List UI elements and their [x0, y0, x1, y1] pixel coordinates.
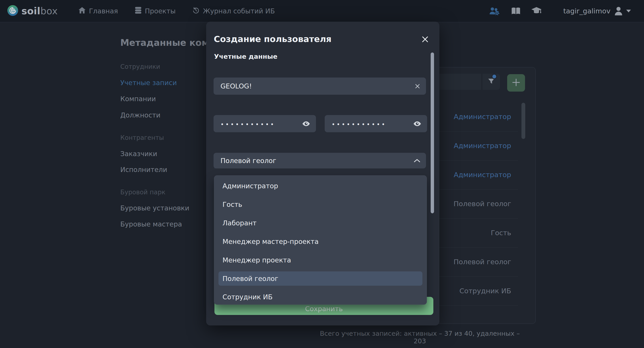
table-row-role[interactable]: Администратор	[454, 171, 511, 179]
nav-home[interactable]: Главная	[78, 7, 118, 15]
modal-title: Создание пользователя	[214, 34, 332, 44]
close-icon[interactable]	[420, 35, 430, 44]
accounts-summary: Всего учетных записей: активных – 37 из …	[315, 330, 524, 345]
confirm-password-field[interactable]: •••••••••••	[325, 115, 427, 132]
chevron-up-icon	[414, 159, 420, 162]
docs-book-icon[interactable]	[511, 7, 521, 15]
role-option-guest[interactable]: Гость	[214, 195, 427, 214]
table-row-role[interactable]: Гость	[491, 229, 511, 237]
chevron-down-icon[interactable]	[626, 9, 631, 12]
sidebar-header-drill-park: Буровой парк	[120, 188, 166, 196]
sidebar-item-customers[interactable]: Заказчики	[120, 150, 157, 158]
password-masked-value: •••••••••••	[220, 121, 276, 128]
login-value: GEOLOG!	[220, 82, 252, 90]
nav-projects-label: Проекты	[145, 7, 176, 15]
brand-logo[interactable]: soilbox	[8, 5, 58, 17]
role-option-master-project-manager[interactable]: Менеджер мастер-проекта	[214, 232, 427, 251]
confirm-password-masked-value: •••••••••••	[332, 121, 386, 128]
table-row-role[interactable]: Администратор	[454, 113, 511, 121]
brand-name: soilbox	[22, 5, 58, 16]
sidebar-item-drill-masters[interactable]: Буровые мастера	[120, 220, 182, 228]
table-row-role[interactable]: Администратор	[454, 142, 511, 150]
nav-home-label: Главная	[89, 7, 118, 15]
user-management-icon[interactable]	[489, 7, 500, 15]
table-row-role[interactable]: Полевой геолог	[454, 200, 511, 208]
role-option-lab-assistant[interactable]: Лаборант	[214, 214, 427, 232]
filter-button[interactable]	[482, 74, 500, 90]
current-username[interactable]: tagir_galimov	[563, 7, 610, 15]
home-icon	[78, 7, 86, 15]
add-user-button[interactable]	[507, 74, 525, 92]
role-dropdown-list: Администратор Гость Лаборант Менеджер ма…	[214, 175, 427, 305]
history-icon	[192, 6, 200, 16]
filter-notification-dot	[492, 74, 497, 79]
clear-input-icon[interactable]	[415, 84, 420, 89]
table-scrollbar-thumb[interactable]	[522, 103, 525, 139]
create-user-modal: Создание пользователя Учетные данные Лог…	[206, 22, 440, 326]
nav-security-log-label: Журнал событий ИБ	[203, 7, 275, 15]
nav-security-log[interactable]: Журнал событий ИБ	[192, 6, 275, 16]
training-cap-icon[interactable]	[531, 6, 542, 15]
main-nav: Главная Проекты	[78, 6, 291, 16]
role-option-project-manager[interactable]: Менеджер проекта	[214, 251, 427, 269]
table-row-role[interactable]: Полевой геолог	[454, 258, 511, 266]
role-option-administrator[interactable]: Администратор	[214, 177, 427, 195]
database-icon	[134, 7, 142, 15]
eye-icon[interactable]	[413, 121, 421, 127]
role-selected-value: Полевой геолог	[220, 157, 276, 165]
sidebar-item-drill-rigs[interactable]: Буровые установки	[120, 204, 189, 212]
table-row-role[interactable]: Сотрудник ИБ	[459, 287, 511, 295]
password-field[interactable]: •••••••••••	[214, 115, 316, 132]
login-field[interactable]: GEOLOG!	[214, 77, 426, 95]
modal-scrollbar-thumb[interactable]	[431, 52, 434, 213]
page-title: Метаданные компа	[120, 37, 207, 48]
user-avatar-icon[interactable]	[614, 6, 623, 16]
plus-icon	[512, 78, 520, 88]
sidebar-header-employees: Сотрудники	[120, 63, 160, 70]
top-navigation-bar: soilbox Главная Проекты	[0, 0, 644, 22]
credentials-section-header: Учетные данные	[214, 53, 278, 60]
sidebar-item-executors[interactable]: Исполнители	[120, 166, 167, 174]
app-window: soilbox Главная Проекты	[0, 0, 644, 348]
sidebar-item-positions[interactable]: Должности	[120, 111, 160, 119]
funnel-icon	[488, 78, 495, 85]
eye-icon[interactable]	[302, 121, 310, 127]
sidebar-header-contractors: Контрагенты	[120, 134, 164, 141]
topbar-actions: tagir_galimov	[489, 6, 631, 16]
sidebar-item-companies[interactable]: Компании	[120, 95, 156, 103]
sidebar-item-accounts[interactable]: Учетные записи	[120, 79, 177, 87]
role-option-field-geologist[interactable]: Полевой геолог	[218, 271, 422, 286]
role-option-security-officer[interactable]: Сотрудник ИБ	[214, 288, 427, 306]
soilbox-spiral-icon	[8, 5, 18, 17]
nav-projects[interactable]: Проекты	[134, 7, 176, 15]
role-select[interactable]: Полевой геолог	[214, 153, 426, 169]
